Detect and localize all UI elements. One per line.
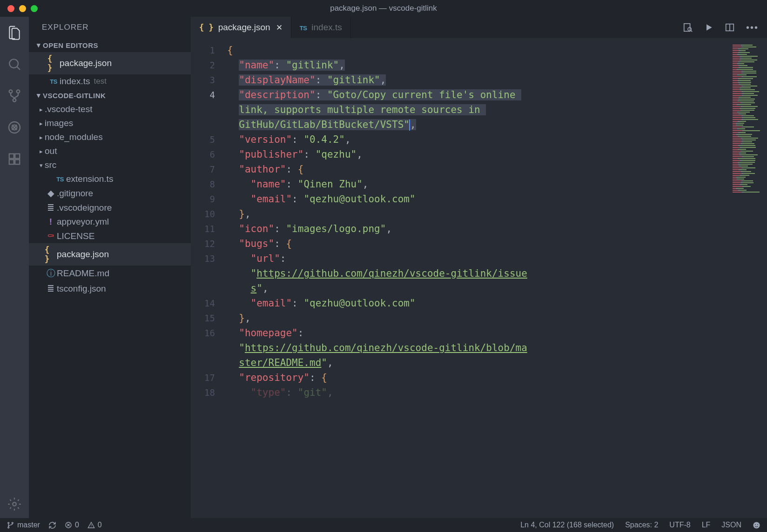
search-icon[interactable] [6, 56, 23, 73]
indent-status[interactable]: Spaces: 2 [625, 521, 658, 529]
open-editors-header[interactable]: ▾ OPEN EDITORS [29, 38, 191, 52]
close-icon[interactable]: ✕ [276, 23, 283, 33]
file-icon: ≣ [45, 202, 57, 213]
tree-item-label: tsconfig.json [57, 284, 106, 294]
file-icon: TS [47, 78, 60, 85]
tree-item-label: LICENSE [57, 231, 94, 241]
errors-status[interactable]: 0 [65, 521, 79, 529]
tree-item-label: appveyor.yml [57, 217, 109, 227]
svg-point-4 [13, 99, 16, 102]
sync-status[interactable] [48, 521, 56, 529]
editor-tabs: { } package.json✕ TS index.ts ••• [191, 17, 767, 38]
explorer-icon[interactable] [6, 24, 23, 41]
chevron-down-icon: ▾ [37, 162, 45, 169]
eol-status[interactable]: LF [702, 521, 711, 529]
tree-item[interactable]: TS extension.ts [29, 172, 191, 186]
tree-item-label: .vscode-test [45, 104, 92, 114]
editor-tab[interactable]: { } package.json✕ [191, 17, 291, 38]
svg-point-27 [757, 524, 758, 525]
tree-item-label: .vscodeignore [57, 203, 112, 213]
svg-rect-7 [9, 154, 14, 159]
sidebar: EXPLORER ▾ OPEN EDITORS { } package.json… [29, 17, 191, 518]
tree-item[interactable]: ≣ tsconfig.json [29, 281, 191, 296]
editor-area: { } package.json✕ TS index.ts ••• [191, 17, 767, 518]
warnings-status[interactable]: 0 [87, 521, 102, 529]
feedback-icon[interactable] [753, 521, 760, 529]
tree-item[interactable]: ≣ .vscodeignore [29, 200, 191, 215]
file-icon: TS [300, 22, 307, 33]
window-minimize-button[interactable] [19, 5, 26, 12]
sidebar-title: EXPLORER [29, 17, 191, 38]
statusbar: master 0 0 Ln 4, Col 122 (168 selected) … [0, 518, 767, 532]
chevron-down-icon: ▾ [34, 91, 43, 100]
tree-item[interactable]: { } package.json [29, 243, 191, 266]
file-icon: ! [45, 217, 57, 227]
tree-item-label: .gitignore [57, 188, 93, 199]
window-title: package.json — vscode-gitlink [330, 4, 437, 13]
scm-icon[interactable] [6, 87, 23, 104]
extensions-icon[interactable] [6, 151, 23, 167]
tree-item-label: node_modules [45, 132, 103, 142]
file-label: index.ts [60, 76, 90, 86]
debug-icon[interactable] [6, 119, 23, 136]
activity-bar [0, 17, 29, 518]
file-icon: ◆ [45, 188, 57, 199]
tree-item[interactable]: ! appveyor.yml [29, 215, 191, 229]
line-gutter: 123456789101112131415161718 [191, 38, 227, 518]
svg-point-0 [9, 59, 18, 68]
settings-gear-icon[interactable] [6, 496, 23, 512]
tree-item[interactable]: ▸ .vscode-test [29, 102, 191, 116]
svg-line-14 [691, 30, 692, 32]
minimap[interactable] [731, 38, 767, 224]
window-close-button[interactable] [7, 5, 14, 12]
editor-tab[interactable]: TS index.ts [291, 17, 351, 38]
chevron-right-icon: ▸ [37, 134, 45, 141]
tree-item[interactable]: ▸ node_modules [29, 130, 191, 144]
svg-rect-8 [15, 154, 20, 159]
encoding-status[interactable]: UTF-8 [669, 521, 690, 529]
workspace-header[interactable]: ▾ VSCODE-GITLINK [29, 88, 191, 102]
tree-item[interactable]: ▸ images [29, 116, 191, 130]
svg-point-19 [8, 527, 9, 528]
svg-line-1 [17, 66, 20, 70]
run-icon[interactable] [704, 23, 713, 32]
tree-item[interactable]: ◆ .gitignore [29, 186, 191, 200]
tree-item-label: images [45, 118, 73, 128]
chevron-right-icon: ▸ [37, 106, 45, 113]
tree-item-label: README.md [57, 268, 109, 279]
tab-label: index.ts [311, 22, 342, 33]
find-in-file-icon[interactable] [683, 22, 693, 33]
chevron-down-icon: ▾ [34, 41, 43, 49]
tree-item-label: out [45, 146, 57, 156]
svg-point-2 [9, 90, 13, 93]
file-icon: { } [199, 22, 214, 33]
tree-item-label: package.json [57, 249, 109, 259]
chevron-right-icon: ▸ [37, 120, 45, 127]
window-maximize-button[interactable] [31, 5, 38, 12]
chevron-right-icon: ▸ [37, 148, 45, 155]
svg-point-11 [13, 502, 16, 506]
titlebar: package.json — vscode-gitlink [0, 0, 767, 17]
file-icon: TS [54, 176, 66, 183]
tree-item[interactable]: ⚰ LICENSE [29, 229, 191, 243]
tree-item-label: extension.ts [66, 174, 113, 184]
cursor-position-status[interactable]: Ln 4, Col 122 (168 selected) [520, 521, 614, 529]
svg-point-3 [17, 90, 20, 93]
open-editor-item[interactable]: TS index.tstest [29, 74, 191, 88]
tree-item[interactable]: ▾ src [29, 158, 191, 172]
file-icon: { } [47, 54, 60, 73]
file-icon: ⓘ [45, 267, 57, 279]
svg-point-13 [688, 27, 691, 31]
code-editor[interactable]: { "name": "gitlink", "displayName": "git… [227, 38, 767, 518]
file-label: package.json [60, 58, 112, 68]
split-editor-icon[interactable] [725, 22, 735, 33]
tree-item[interactable]: ⓘ README.md [29, 266, 191, 281]
file-icon: ≣ [45, 283, 57, 294]
svg-point-25 [753, 522, 760, 528]
tree-item[interactable]: ▸ out [29, 144, 191, 158]
language-status[interactable]: JSON [721, 521, 741, 529]
git-branch-status[interactable]: master [7, 521, 40, 529]
more-actions-icon[interactable]: ••• [746, 22, 759, 33]
open-editor-item[interactable]: { } package.json [29, 52, 191, 74]
file-icon: ⚰ [45, 231, 57, 241]
